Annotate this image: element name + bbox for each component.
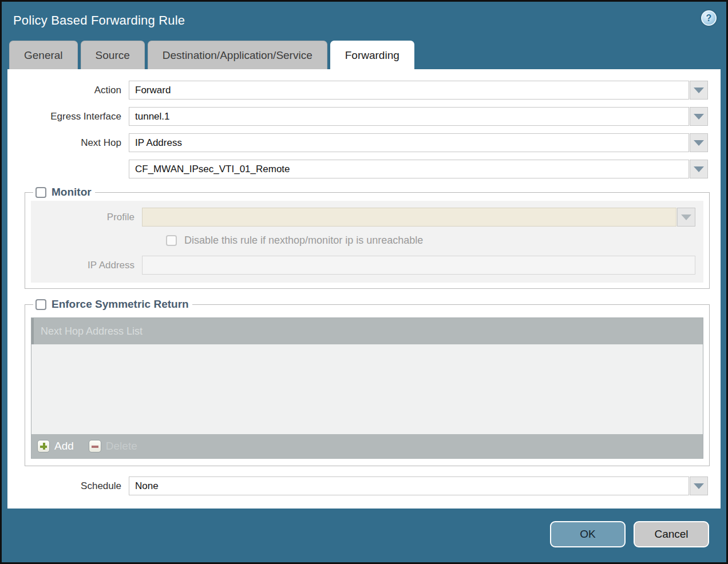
chevron-down-icon [694,166,704,172]
next-hop-address-value[interactable]: CF_MWAN_IPsec_VTI_01_Remote [129,160,689,178]
tab-general[interactable]: General [9,41,78,69]
dialog-title: Policy Based Forwarding Rule [13,13,185,27]
egress-interface-combo: tunnel.1 [129,107,708,126]
enforce-symmetric-return-title: Enforce Symmetric Return [52,298,189,311]
forwarding-tab-panel: Action Forward Egress Interface tunnel.1… [7,69,721,509]
pbf-rule-dialog: Policy Based Forwarding Rule ? General S… [0,0,728,564]
tab-source[interactable]: Source [81,41,145,69]
monitor-checkbox[interactable] [35,187,46,198]
enforce-symmetric-return-fieldset: Enforce Symmetric Return Next Hop Addres… [25,298,710,466]
action-label: Action [7,85,129,96]
add-button-label: Add [54,440,74,452]
schedule-row: Schedule None [7,476,708,495]
egress-interface-value[interactable]: tunnel.1 [129,107,689,126]
action-value[interactable]: Forward [129,81,689,100]
next-hop-address-dropdown-button[interactable] [690,160,708,178]
action-row: Action Forward [7,81,708,100]
chevron-down-icon [694,140,704,146]
tab-forwarding[interactable]: Forwarding [330,41,414,69]
plus-icon [37,440,50,452]
monitor-profile-dropdown-button [677,208,695,227]
monitor-ip-address-label: IP Address [31,260,142,271]
next-hop-value[interactable]: IP Address [129,133,689,152]
monitor-fieldset: Monitor Profile Disable this rule if nex… [25,186,710,289]
next-hop-label: Next Hop [7,137,129,149]
schedule-label: Schedule [7,480,129,492]
dialog-title-bar: Policy Based Forwarding Rule ? [2,2,726,39]
chevron-down-icon [694,88,704,93]
dialog-footer: OK Cancel [550,521,709,547]
enforce-symmetric-return-legend: Enforce Symmetric Return [33,298,192,311]
schedule-dropdown-button[interactable] [690,476,708,495]
disable-rule-row: Disable this rule if nexthop/monitor ip … [166,235,703,247]
minus-icon [89,440,101,452]
tab-destination-application-service[interactable]: Destination/Application/Service [148,41,327,69]
monitor-profile-row: Profile [31,208,695,227]
egress-interface-row: Egress Interface tunnel.1 [7,107,708,126]
next-hop-address-list-body[interactable] [31,344,703,434]
add-button[interactable]: Add [37,440,74,452]
next-hop-row: Next Hop IP Address [7,133,708,152]
chevron-down-icon [681,215,691,220]
egress-interface-dropdown-button[interactable] [690,107,708,126]
next-hop-dropdown-button[interactable] [690,133,708,152]
monitor-legend: Monitor [33,186,95,198]
next-hop-address-combo: CF_MWAN_IPsec_VTI_01_Remote [129,160,708,178]
monitor-profile-label: Profile [31,212,142,223]
chevron-down-icon [694,483,704,489]
schedule-value[interactable]: None [129,476,689,495]
monitor-ip-address-combo [142,256,695,275]
monitor-panel: Profile Disable this rule if nexthop/mon… [31,201,703,283]
disable-rule-label: Disable this rule if nexthop/monitor ip … [184,235,423,247]
tab-bar: General Source Destination/Application/S… [2,39,726,69]
delete-button: Delete [89,440,137,452]
chevron-down-icon [694,114,704,120]
monitor-profile-combo [142,208,695,227]
next-hop-address-row: CF_MWAN_IPsec_VTI_01_Remote [7,160,708,178]
next-hop-combo: IP Address [129,133,708,152]
ok-button[interactable]: OK [550,521,626,547]
monitor-ip-address-row: IP Address [31,256,695,275]
next-hop-address-list-toolbar: Add Delete [31,434,703,458]
monitor-ip-address-value [142,256,695,275]
next-hop-address-list-table: Next Hop Address List Add Delete [31,317,703,459]
disable-rule-checkbox [166,235,177,246]
delete-button-label: Delete [106,440,137,452]
egress-interface-label: Egress Interface [7,111,129,122]
action-dropdown-button[interactable] [690,81,708,100]
schedule-combo: None [129,476,708,495]
enforce-symmetric-return-checkbox[interactable] [35,299,46,310]
cancel-button[interactable]: Cancel [634,521,709,547]
monitor-profile-value [142,208,676,227]
next-hop-address-list-header: Next Hop Address List [31,318,703,344]
help-icon[interactable]: ? [701,10,717,26]
action-combo: Forward [129,81,708,100]
monitor-title: Monitor [52,186,92,198]
